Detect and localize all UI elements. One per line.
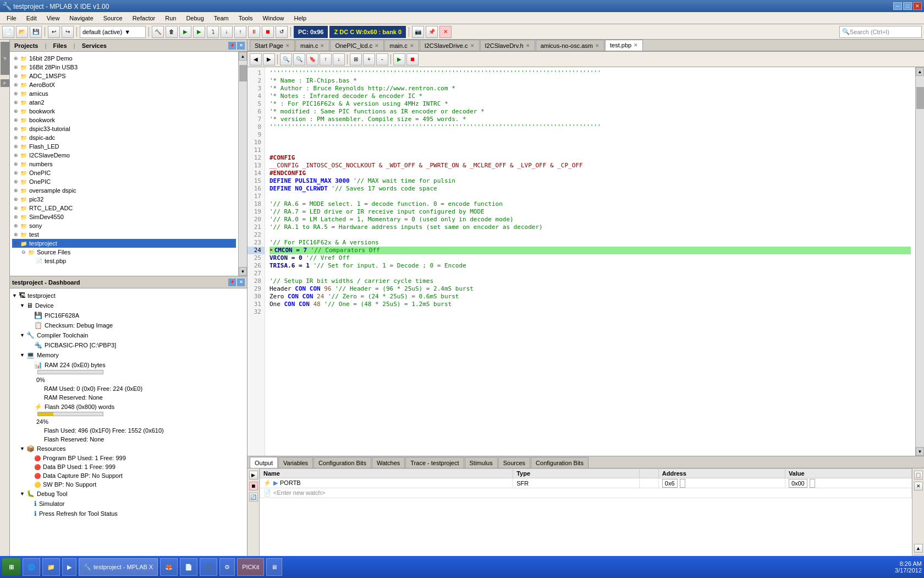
table-row[interactable]: 📄<Enter new watch> [260,488,912,498]
tree-item[interactable]: ⊕📁bookwork [12,107,236,116]
menu-item-navigate[interactable]: Navigate [65,14,97,23]
output-tab[interactable]: Configuration Bits [314,457,371,468]
tree-item[interactable]: ⊕📁bookwork [12,116,236,124]
dashboard-close-icon[interactable]: ✕ [237,279,245,286]
expand-icon[interactable]: ▼ [20,352,26,358]
config-dropdown[interactable]: default (active) ▼ [80,26,146,38]
et-forward-button[interactable]: ▶ [263,53,275,66]
tree-item[interactable]: ⊖📁Source Files [12,248,236,257]
editor-tab[interactable]: Start Page✕ [250,40,295,51]
et-search1-button[interactable]: 🔍 [280,53,292,66]
dashboard-content[interactable]: ▼🏗testproject▼🖥Device💾PIC16F628A📋Checksu… [10,288,247,566]
start-button[interactable]: ⊞ [2,558,20,576]
tab-close-icon[interactable]: ✕ [595,43,600,48]
build-button[interactable]: 🔨 [152,26,164,38]
tab-close-icon[interactable]: ✕ [285,43,290,48]
editor-content[interactable]: ''''''''''''''''''''''''''''''''''''''''… [265,67,915,456]
expand-icon[interactable]: ▼ [20,491,26,497]
editor-tab[interactable]: I2CSlaveDrv.h✕ [480,40,535,51]
tree-item[interactable]: ⊕📁OnePIC [12,168,236,177]
tree-item[interactable]: ⊕📁testproject [12,239,236,248]
output-tool1-button[interactable]: ▶ [249,471,258,479]
scroll-thumb[interactable] [239,65,247,81]
program-button[interactable]: ⚙ [219,558,235,576]
pickit-button[interactable]: PICKit [237,558,264,576]
dashboard-pin-icon[interactable]: 📌 [228,279,236,286]
step-over-button[interactable]: ⤵ [207,26,219,38]
explorer-button[interactable]: 📁 [42,558,60,576]
et-play-button[interactable]: ▶ [393,53,405,66]
output-tab[interactable]: Output [250,457,278,468]
expand-icon[interactable]: ▼ [12,293,19,298]
scroll-down-button[interactable]: ▼ [239,267,247,276]
output-table[interactable]: NameTypeAddressValue⚡▶PORTBSFR0x60x00📄<E… [260,468,912,566]
step-into-button[interactable]: ↓ [221,26,233,38]
close-file-button[interactable]: ✕ [439,26,452,38]
output-tab[interactable]: Variables [278,457,313,468]
editor-tab[interactable]: main.c✕ [384,40,419,51]
expand-icon[interactable]: ▼ [20,332,26,338]
et-prev-bookmark-button[interactable]: ↑ [320,53,332,66]
projects-tree[interactable]: ⊕📁16bit 28P Demo⊕📁16Bit 28Pin USB3⊕📁ADC_… [10,52,238,276]
services-tab[interactable]: Services [80,42,109,49]
tree-item[interactable]: ⊕📁AeroBotX [12,80,236,89]
clean-button[interactable]: 🗑 [166,26,178,38]
tree-item[interactable]: ⊕📁Flash_LED [12,142,236,151]
step-out-button[interactable]: ↑ [234,26,246,38]
editor-scroll-thumb[interactable] [916,87,924,109]
tree-item[interactable]: ⊕📁test [12,230,236,239]
new-watch-cell[interactable]: 📄<Enter new watch> [260,488,912,498]
table-row[interactable]: ⚡▶PORTBSFR0x60x00 [260,478,912,488]
editor-tab[interactable]: test.pbp✕ [605,40,643,51]
pause-button[interactable]: ⏸ [248,26,260,38]
output-tab[interactable]: Watches [372,457,405,468]
et-stop-button[interactable]: ⏹ [406,53,419,66]
new-file-button[interactable]: 📄 [2,26,14,38]
mplab-taskbar-button[interactable]: 🔧 testproject - MPLAB X [79,558,158,576]
et-toggle-button[interactable]: ⊞ [350,53,362,66]
save-button[interactable]: 💾 [30,26,42,38]
ie-button[interactable]: 🌐 [23,558,40,576]
editor-tab[interactable]: OnePIC_lcd.c✕ [330,40,384,51]
tab-close-icon[interactable]: ✕ [526,43,530,48]
run-button[interactable]: ▶ [179,26,191,38]
output-right-tool1-button[interactable]: 📋 [914,471,923,479]
firefox-button[interactable]: 🦊 [160,558,178,576]
editor-tab[interactable]: main.c✕ [295,40,329,51]
menu-item-run[interactable]: Run [161,14,180,23]
tree-item[interactable]: ⊕📁pic32 [12,195,236,204]
stop-button[interactable]: ⏹ [262,26,274,38]
expand-icon[interactable]: ▼ [20,303,26,308]
open-button[interactable]: 📂 [16,26,28,38]
undo-button[interactable]: ↩ [48,26,60,38]
nav-projects-icon[interactable]: P [1,42,9,75]
acrobat-button[interactable]: 📄 [180,558,197,576]
nav-files-icon[interactable]: F [1,79,9,87]
files-tab[interactable]: Files [51,42,69,49]
menu-item-debug[interactable]: Debug [182,14,208,23]
editor-tab[interactable]: I2CSlaveDrive.c✕ [420,40,480,51]
projects-close-icon[interactable]: ✕ [237,42,245,50]
et-back-button[interactable]: ◀ [250,53,262,66]
editor-scrollbar[interactable]: ▲ ▼ [915,67,924,456]
tab-close-icon[interactable]: ✕ [634,42,638,48]
menu-item-team[interactable]: Team [210,14,233,23]
tree-item[interactable]: 📄test.pbp [12,257,236,265]
projects-tab[interactable]: Projects [12,42,40,49]
tree-item[interactable]: ⊕📁SimDev4550 [12,212,236,221]
tab-close-icon[interactable]: ✕ [320,43,324,48]
tree-item[interactable]: ⊕📁numbers [12,160,236,168]
tree-item[interactable]: ⊕📁16Bit 28Pin USB3 [12,63,236,72]
et-search2-button[interactable]: 🔍 [293,53,305,66]
output-tab[interactable]: Sources [498,457,530,468]
tree-item[interactable]: ⊕📁atan2 [12,98,236,107]
output-tab[interactable]: Stimulus [465,457,498,468]
pin-button[interactable]: 📌 [426,26,438,38]
tab-close-icon[interactable]: ✕ [375,43,379,48]
tree-item[interactable]: ⊕📁sony [12,221,236,230]
menu-item-edit[interactable]: Edit [22,14,41,23]
redo-button[interactable]: ↪ [62,26,74,38]
menu-item-window[interactable]: Window [258,14,288,23]
editor-scroll-down[interactable]: ▼ [916,447,924,456]
output-scroll-up-button[interactable]: ▲ [914,544,923,553]
